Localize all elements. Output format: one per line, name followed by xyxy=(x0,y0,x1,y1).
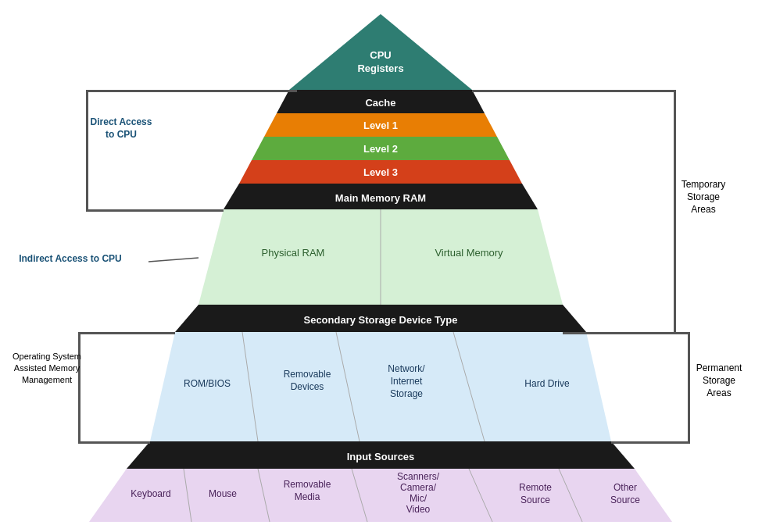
scanners-label4: Video xyxy=(406,504,431,515)
input-sources-label: Input Sources xyxy=(347,451,415,462)
removable-media-label: Removable xyxy=(284,479,331,490)
network-storage-label2: Internet xyxy=(391,376,423,387)
perm-storage-bracket-bottom xyxy=(611,441,690,444)
direct-access-label2: to CPU xyxy=(106,129,137,140)
os-bracket-bottom xyxy=(78,441,150,444)
mouse-label: Mouse xyxy=(209,488,237,499)
main-memory-label: Main Memory RAM xyxy=(335,192,426,204)
secondary-storage-label: Secondary Storage Device Type xyxy=(303,314,457,326)
scanners-label: Scanners/ xyxy=(397,471,440,482)
network-storage-label: Network/ xyxy=(388,363,425,374)
removable-devices-label: Removable xyxy=(284,369,331,380)
scanners-label2: Camera/ xyxy=(400,482,437,493)
physical-ram-label: Physical RAM xyxy=(262,247,325,259)
cache-label: Cache xyxy=(365,97,395,109)
temp-storage-bracket-top xyxy=(472,90,676,92)
rom-bios-label: ROM/BIOS xyxy=(184,378,231,389)
keyboard-label: Keyboard xyxy=(131,488,170,499)
perm-storage-label2: Storage xyxy=(703,375,735,386)
temp-storage-label: Temporary xyxy=(682,179,726,190)
os-label2: Assisted Memory xyxy=(14,363,80,373)
removable-devices-label2: Devices xyxy=(291,381,324,392)
network-storage-label3: Storage xyxy=(390,388,423,399)
virtual-memory-label: Virtual Memory xyxy=(435,247,503,259)
remote-source-label: Remote xyxy=(519,482,552,493)
memory-hierarchy-diagram: CPU Registers Cache Level 1 Level 2 Leve… xyxy=(0,0,762,532)
temp-storage-bracket-right xyxy=(674,90,676,332)
cpu-registers-label2: Registers xyxy=(357,62,403,74)
scanners-label3: Mic/ xyxy=(410,493,428,504)
other-source-label2: Source xyxy=(610,495,640,505)
hard-drive-label: Hard Drive xyxy=(524,378,570,389)
remote-source-label2: Source xyxy=(521,495,550,505)
level1-label: Level 1 xyxy=(363,120,398,131)
input-items-layer xyxy=(89,469,672,522)
direct-access-label: Direct Access xyxy=(91,116,152,127)
temp-storage-label3: Areas xyxy=(691,204,715,215)
indirect-access-label: Indirect Access to CPU xyxy=(19,253,122,264)
direct-access-bracket-top xyxy=(86,90,297,92)
level3-label: Level 3 xyxy=(363,166,398,178)
temp-storage-label2: Storage xyxy=(687,191,720,202)
cpu-registers-label: CPU xyxy=(370,49,391,61)
perm-storage-bracket-right xyxy=(688,332,690,441)
level2-label: Level 2 xyxy=(363,143,398,155)
direct-access-bracket-bottom xyxy=(86,209,224,212)
other-source-label: Other xyxy=(614,482,637,493)
direct-access-bracket-left xyxy=(86,90,88,209)
os-label: Operating System xyxy=(13,352,81,361)
os-bracket-top xyxy=(78,332,175,334)
os-label3: Management xyxy=(22,375,72,384)
perm-storage-bracket-top xyxy=(586,332,690,334)
removable-media-label2: Media xyxy=(295,491,320,502)
indirect-access-line xyxy=(148,258,199,262)
perm-storage-label3: Areas xyxy=(707,387,731,398)
perm-storage-label: Permanent xyxy=(696,362,742,373)
os-bracket-left xyxy=(78,332,80,441)
